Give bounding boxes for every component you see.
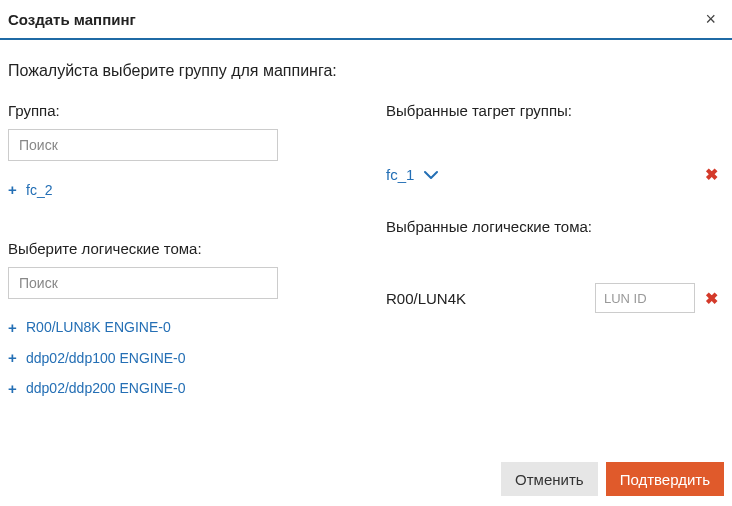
selected-lun-name: R00/LUN4K [386, 290, 585, 307]
modal-footer: Отменить Подтвердить [0, 454, 732, 506]
lun-item-label: R00/LUN8K ENGINE-0 [26, 317, 171, 338]
group-list: + fc_2 [8, 175, 346, 206]
group-label: Группа: [8, 102, 346, 119]
group-list-item[interactable]: + fc_2 [8, 175, 346, 206]
plus-icon: + [8, 347, 20, 370]
remove-group-icon[interactable]: ✖ [705, 165, 718, 184]
group-item-label: fc_2 [26, 180, 52, 201]
group-search-input[interactable] [8, 129, 278, 161]
lun-id-input[interactable] [595, 283, 695, 313]
lun-section: Выберите логические тома: + R00/LUN8K EN… [8, 240, 346, 405]
right-column: Выбранные тагрет группы: fc_1 ✖ Выбранны… [386, 102, 724, 438]
modal-body: Пожалуйста выберите группу для маппинга:… [0, 40, 732, 454]
lun-list-item[interactable]: + ddp02/ddp100 ENGINE-0 [8, 343, 346, 374]
plus-icon: + [8, 378, 20, 401]
selected-groups-label: Выбранные тагрет группы: [386, 102, 724, 119]
lun-label: Выберите логические тома: [8, 240, 346, 257]
selected-group-name: fc_1 [386, 166, 414, 183]
confirm-button[interactable]: Подтвердить [606, 462, 724, 496]
lun-list: + R00/LUN8K ENGINE-0 + ddp02/ddp100 ENGI… [8, 313, 346, 405]
selected-group-row: fc_1 ✖ [386, 165, 724, 184]
lun-list-item[interactable]: + ddp02/ddp200 ENGINE-0 [8, 374, 346, 405]
plus-icon: + [8, 179, 20, 202]
plus-icon: + [8, 317, 20, 340]
modal-title: Создать маппинг [8, 11, 136, 28]
left-column: Группа: + fc_2 Выберите логические тома: [8, 102, 346, 438]
lun-item-label: ddp02/ddp200 ENGINE-0 [26, 378, 186, 399]
selected-group-toggle[interactable]: fc_1 [386, 166, 438, 183]
close-icon[interactable]: × [701, 8, 720, 30]
group-section: Группа: + fc_2 [8, 102, 346, 206]
selected-luns-label: Выбранные логические тома: [386, 218, 724, 235]
cancel-button[interactable]: Отменить [501, 462, 598, 496]
selected-lun-row: R00/LUN4K ✖ [386, 283, 724, 313]
lun-item-label: ddp02/ddp100 ENGINE-0 [26, 348, 186, 369]
remove-lun-icon[interactable]: ✖ [705, 289, 718, 308]
chevron-down-icon [424, 170, 438, 180]
lun-search-input[interactable] [8, 267, 278, 299]
create-mapping-modal: Создать маппинг × Пожалуйста выберите гр… [0, 0, 732, 506]
columns: Группа: + fc_2 Выберите логические тома: [8, 102, 724, 438]
prompt-text: Пожалуйста выберите группу для маппинга: [8, 62, 724, 80]
modal-header: Создать маппинг × [0, 0, 732, 40]
selected-groups-section: Выбранные тагрет группы: fc_1 ✖ [386, 102, 724, 184]
lun-list-item[interactable]: + R00/LUN8K ENGINE-0 [8, 313, 346, 344]
selected-luns-section: Выбранные логические тома: R00/LUN4K ✖ [386, 218, 724, 313]
